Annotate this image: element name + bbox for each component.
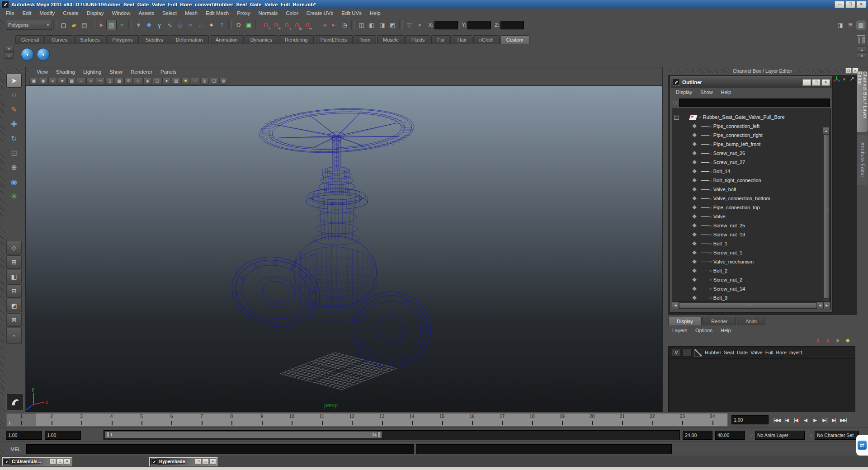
Show[interactable]: Show	[105, 68, 127, 75]
outliner-vertical-scrollbar[interactable]: ▲ :::::: ▲ ▼	[823, 127, 830, 302]
tab-attribute-editor[interactable]: Attribute Editor	[857, 135, 868, 185]
four-pane-layout-icon[interactable]: ⊞	[6, 255, 22, 269]
panel-restore-button[interactable]: ❐	[844, 68, 852, 74]
snap-to-view-planes-icon[interactable]: U▭	[302, 20, 312, 30]
outliner-item[interactable]: ❖ ○ Screw_nut_13	[672, 230, 830, 239]
outliner-item[interactable]: ❖ ○ Screw_nut_25	[672, 221, 830, 230]
scrollbar-thumb[interactable]: ::::::	[823, 134, 829, 299]
outliner-minimize-button[interactable]: —	[802, 79, 811, 86]
go-to-start-button[interactable]: |◀◀	[772, 415, 782, 425]
highlight-selection-icon[interactable]: ▣	[244, 20, 254, 30]
move-layer-down-icon[interactable]: ⇓	[823, 337, 833, 345]
Animation[interactable]: Animation	[210, 35, 244, 44]
close-button[interactable]: ✕	[64, 458, 71, 465]
timeline-frame[interactable]: 17 17	[487, 414, 517, 426]
outliner-item[interactable]: ❖ ○ Valve_bolt	[672, 185, 830, 194]
render-settings-icon[interactable]: ◩	[387, 20, 398, 30]
create-empty-layer-icon[interactable]: ✶	[833, 337, 843, 345]
nCloth[interactable]: nCloth	[473, 35, 500, 44]
shelf-trash-icon[interactable]	[858, 35, 865, 44]
shelf-scroll-down-icon[interactable]: ▼	[857, 53, 867, 59]
persp-outliner-layout-icon[interactable]: ◧	[6, 270, 22, 283]
timeline-frame[interactable]: 9 9	[247, 414, 277, 426]
Fur[interactable]: Fur	[431, 35, 451, 44]
Mesh[interactable]: Mesh	[181, 9, 202, 17]
animation-start-field[interactable]	[6, 431, 42, 440]
outliner-item[interactable]: ❖ ○ Screw_nut_27	[672, 158, 830, 167]
Render[interactable]: Render	[703, 317, 736, 325]
Renderer[interactable]: Renderer	[127, 68, 156, 75]
grid-icon[interactable]: ⌗	[86, 78, 95, 85]
Select[interactable]: Select	[158, 9, 181, 17]
select-by-component-icon[interactable]: ⌗	[117, 20, 127, 30]
Create UVs[interactable]: Create UVs	[302, 9, 337, 17]
single-pane-layout-icon[interactable]: ◇	[6, 241, 22, 254]
custom-shelf-item-2[interactable]: ▾	[37, 48, 50, 61]
Anim[interactable]: Anim	[737, 317, 765, 325]
timeline-frame[interactable]: 22 22	[637, 414, 667, 426]
resolution-gate-icon[interactable]: ▯	[105, 78, 114, 85]
outliner-item[interactable]: ❖ ○ Screw_nut_26	[672, 149, 830, 158]
paint-selection-tool-icon[interactable]: ✎	[6, 103, 22, 117]
minimize-button[interactable]: —	[835, 1, 844, 8]
step-forward-key-button[interactable]: ▶|	[820, 415, 829, 425]
playback-start-field[interactable]	[45, 431, 81, 440]
timeline-frame[interactable]: 14 14	[397, 414, 427, 426]
lasso-tool-icon[interactable]: ◌	[6, 88, 22, 102]
custom-shelf-item-1[interactable]: ▾	[21, 48, 34, 61]
camera-attributes-icon[interactable]: ≡	[48, 78, 57, 85]
Dynamics[interactable]: Dynamics	[245, 35, 278, 44]
timeline-frame[interactable]: 15 15	[427, 414, 457, 426]
bookmark-icon[interactable]: ★	[58, 78, 66, 85]
maximize-button[interactable]: □	[57, 458, 63, 465]
Options[interactable]: Options	[691, 327, 717, 334]
outliner-item[interactable]: ❖ ○ Valve_mechanism	[672, 257, 830, 266]
outliner-item[interactable]: ❖ ○ Pipe_connection_top	[672, 203, 830, 212]
screen-space-ao-icon[interactable]: ◎	[200, 78, 209, 85]
Help[interactable]: Help	[717, 327, 735, 334]
scroll-left-icon[interactable]: ◀	[672, 302, 679, 309]
timeline-frame[interactable]: 3 3	[66, 414, 96, 426]
rotate-tool-icon[interactable]: ↻	[6, 132, 22, 146]
minimized-window-hypershade[interactable]: Hypershade ❐ □ ✕	[149, 457, 218, 466]
outliner-item[interactable]: ❖ ○ Screw_nut_1	[672, 248, 830, 257]
Panels[interactable]: Panels	[156, 68, 180, 75]
sparkle-icon[interactable]: ✶	[206, 20, 217, 30]
range-grip[interactable]	[0, 429, 4, 441]
output-connections-icon[interactable]: ⇤	[329, 20, 340, 30]
tab-channel-box-layer-editor[interactable]: Channel Box / Layer Editor	[857, 71, 868, 132]
Subdivs[interactable]: Subdivs	[140, 35, 169, 44]
View[interactable]: View	[33, 68, 52, 75]
range-slider-track[interactable]: 1 24	[104, 430, 680, 440]
timeline-frame[interactable]: 12 12	[337, 414, 367, 426]
step-forward-frame-button[interactable]: ▶|	[829, 415, 839, 425]
scroll-left-icon[interactable]: ◀	[817, 302, 824, 309]
timeline-frame[interactable]: 1 1	[6, 414, 36, 426]
universal-manipulator-icon[interactable]: ⊕	[6, 160, 22, 174]
field-chart-icon[interactable]: ⊞	[124, 78, 133, 85]
outliner-item[interactable]: ❖ ○ Pipe_bump_left_front	[672, 140, 830, 149]
timeline-track[interactable]: 1 1 2 2 3 3 4 4 5 5 6	[6, 413, 728, 427]
command-line-label[interactable]: MEL	[10, 446, 21, 452]
Assets[interactable]: Assets	[134, 9, 158, 17]
timeline-frame[interactable]: 5 5	[127, 414, 156, 426]
General[interactable]: General	[15, 35, 45, 44]
mel-grip[interactable]	[0, 443, 4, 455]
last-tool-icon[interactable]	[6, 204, 22, 218]
range-start-handle[interactable]	[107, 432, 109, 438]
go-to-end-button[interactable]: ▶▶|	[839, 415, 848, 425]
persp-graph-layout-icon[interactable]: ⊟	[6, 284, 22, 298]
File[interactable]: File	[2, 9, 19, 17]
Show[interactable]: Show	[696, 89, 717, 96]
timeline-frame[interactable]: 13 13	[367, 414, 396, 426]
x-coordinate-field[interactable]	[434, 21, 458, 29]
timeline-frame[interactable]: 23 23	[667, 414, 697, 426]
timeline-frame[interactable]: 24 24	[697, 414, 727, 426]
toolbar-grip[interactable]	[0, 17, 4, 33]
channel-manip-speed-icon[interactable]: ◑	[842, 75, 845, 82]
Custom[interactable]: Custom	[500, 35, 529, 44]
Lighting[interactable]: Lighting	[79, 68, 105, 75]
Muscle[interactable]: Muscle	[377, 35, 405, 44]
smooth-shade-icon[interactable]: ●	[162, 78, 171, 85]
move-tool-icon[interactable]: ✚	[6, 117, 22, 131]
